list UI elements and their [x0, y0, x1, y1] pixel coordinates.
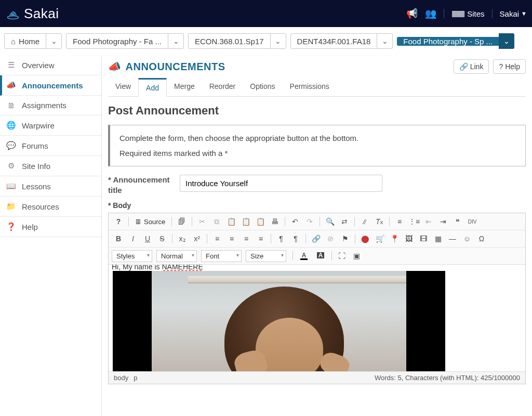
paste-icon[interactable]: 📋 [224, 215, 238, 228]
indent-icon[interactable]: ⇥ [436, 215, 450, 228]
align-left-icon[interactable]: ≡ [210, 232, 224, 245]
rtl-icon[interactable]: ¶ [289, 232, 302, 245]
help-icon[interactable]: ? [112, 215, 125, 228]
styles-select[interactable]: Styles [112, 250, 152, 262]
copy-icon[interactable]: ⧉ [210, 215, 223, 228]
align-right-icon[interactable]: ≡ [240, 232, 253, 245]
tab-add[interactable]: Add [138, 78, 167, 97]
bullhorn-icon: 📣 [108, 60, 122, 73]
paste-text-icon[interactable]: 📋 [239, 215, 252, 228]
video-icon[interactable]: 🎞 [417, 232, 430, 245]
record-icon[interactable]: ⬤ [358, 232, 372, 245]
underline-icon[interactable]: U [141, 232, 154, 245]
specialchar-icon[interactable]: Ω [475, 232, 488, 245]
table-icon[interactable]: ▦ [431, 232, 445, 245]
undo-icon[interactable]: ↶ [288, 215, 302, 228]
chevron-down-icon[interactable]: ⌄ [499, 33, 514, 49]
site-tab-label: DENT434F.001.FA18 [297, 37, 371, 46]
sidebar-item-warpwire[interactable]: 🌐Warpwire [0, 115, 101, 136]
font-select[interactable]: Font [201, 250, 242, 262]
div-icon[interactable]: DIV [466, 215, 479, 228]
maximize-icon[interactable]: ⛶ [335, 250, 349, 262]
superscript-icon[interactable]: x² [190, 232, 204, 245]
sites-button[interactable]: ▦▦ Sites [444, 9, 484, 18]
site-tab-active[interactable]: Food Photography - Sp ... ⌄ [397, 33, 514, 49]
chevron-down-icon[interactable]: ⌄ [270, 34, 286, 48]
hr-icon[interactable]: — [446, 232, 459, 245]
align-justify-icon[interactable]: ≡ [254, 232, 268, 245]
editor-toolbar: ? 🗏Source 🗐 ✂ ⧉ 📋 📋 📋 🖶 ↶ ↷ � [109, 213, 525, 265]
chevron-down-icon: ▼ [521, 10, 527, 17]
link-icon[interactable]: 🔗 [309, 232, 323, 245]
unlink-icon[interactable]: ⊘ [324, 232, 337, 245]
source-icon: 🗏 [135, 218, 142, 226]
sidebar-item-site-info[interactable]: ⚙Site Info [0, 156, 101, 176]
subscript-icon[interactable]: x₂ [176, 232, 189, 245]
find-icon[interactable]: 🔍 [323, 215, 337, 228]
path-segment[interactable]: body [114, 374, 128, 382]
smiley-icon[interactable]: ☺ [460, 232, 474, 245]
clear-icon[interactable]: Tx [373, 215, 386, 228]
templates-icon[interactable]: 🗐 [175, 215, 189, 228]
site-tab[interactable]: Food Photography - Fa ... ⌄ [66, 33, 184, 49]
paste-word-icon[interactable]: 📋 [254, 215, 267, 228]
showblocks-icon[interactable]: ▣ [350, 250, 363, 262]
tab-merge[interactable]: Merge [167, 78, 202, 96]
italic-icon[interactable]: I [126, 232, 140, 245]
tab-reorder[interactable]: Reorder [202, 78, 243, 96]
sidebar-item-forums[interactable]: 💬Forums [0, 136, 101, 156]
comments-icon: 💬 [6, 141, 16, 150]
sidebar-item-announcements[interactable]: 📣Announcements [0, 75, 101, 96]
redo-icon[interactable]: ↷ [303, 215, 316, 228]
bulleted-list-icon[interactable]: ⋮≡ [407, 215, 421, 228]
embedded-video[interactable] [113, 271, 445, 371]
page-title: Post Announcement [108, 104, 526, 118]
chevron-down-icon[interactable]: ⌄ [168, 34, 183, 48]
align-center-icon[interactable]: ≡ [225, 232, 238, 245]
site-tab[interactable]: ECON.368.01.Sp17 ⌄ [188, 33, 286, 49]
announcement-title-input[interactable] [180, 175, 382, 192]
chevron-down-icon[interactable]: ⌄ [377, 34, 392, 48]
sidebar-item-overview[interactable]: ☰Overview [0, 55, 101, 75]
ltr-icon[interactable]: ¶ [274, 232, 288, 245]
source-button[interactable]: 🗏Source [132, 218, 168, 226]
users-icon[interactable]: 👥 [425, 8, 436, 19]
bg-color-icon[interactable]: A [313, 250, 328, 262]
text-color-icon[interactable]: A [296, 250, 312, 262]
image-icon[interactable]: 🖼 [402, 232, 416, 245]
path-segment[interactable]: p [134, 374, 137, 382]
sidebar-item-assignments[interactable]: 🗎Assignments [0, 96, 101, 115]
cut-icon[interactable]: ✂ [195, 215, 209, 228]
replace-icon[interactable]: ⇄ [338, 215, 351, 228]
size-select[interactable]: Size [246, 250, 286, 262]
editor-body[interactable]: Hi, My name is NAMEHERE [109, 265, 525, 371]
site-tab[interactable]: DENT434F.001.FA18 ⌄ [290, 33, 393, 49]
folder-icon: 📁 [6, 202, 16, 211]
logo[interactable]: Sakai [5, 6, 59, 22]
tool-tabs: View Add Merge Reorder Options Permissio… [108, 78, 526, 97]
removeformat-icon[interactable]: ⫽ [358, 215, 371, 228]
format-select[interactable]: Normal [156, 250, 197, 262]
user-menu[interactable]: Sakai ▼ [492, 9, 527, 18]
cart-icon[interactable]: 🛒 [373, 232, 387, 245]
numbered-list-icon[interactable]: ≡ [393, 215, 406, 228]
sidebar-item-lessons[interactable]: 📖Lessons [0, 176, 101, 197]
outdent-icon[interactable]: ⇤ [422, 215, 435, 228]
pin-icon[interactable]: 📍 [388, 232, 401, 245]
sidebar-item-resources[interactable]: 📁Resources [0, 197, 101, 217]
bold-icon[interactable]: B [112, 232, 125, 245]
bullhorn-icon[interactable]: 📢 [406, 8, 418, 19]
element-path[interactable]: bodyp [114, 374, 142, 382]
tab-view[interactable]: View [108, 78, 138, 96]
sidebar-item-help[interactable]: ❓Help [0, 217, 101, 237]
help-button[interactable]: ?Help [493, 59, 526, 74]
tab-options[interactable]: Options [243, 78, 282, 96]
tab-permissions[interactable]: Permissions [283, 78, 337, 96]
link-button[interactable]: 🔗Link [454, 59, 489, 74]
strike-icon[interactable]: S [155, 232, 169, 245]
blockquote-icon[interactable]: ❝ [451, 215, 464, 228]
print-icon[interactable]: 🖶 [268, 215, 282, 228]
chevron-down-icon[interactable]: ⌄ [46, 34, 61, 48]
anchor-icon[interactable]: ⚑ [338, 232, 352, 245]
site-tab-home[interactable]: ⌂Home ⌄ [4, 33, 62, 49]
